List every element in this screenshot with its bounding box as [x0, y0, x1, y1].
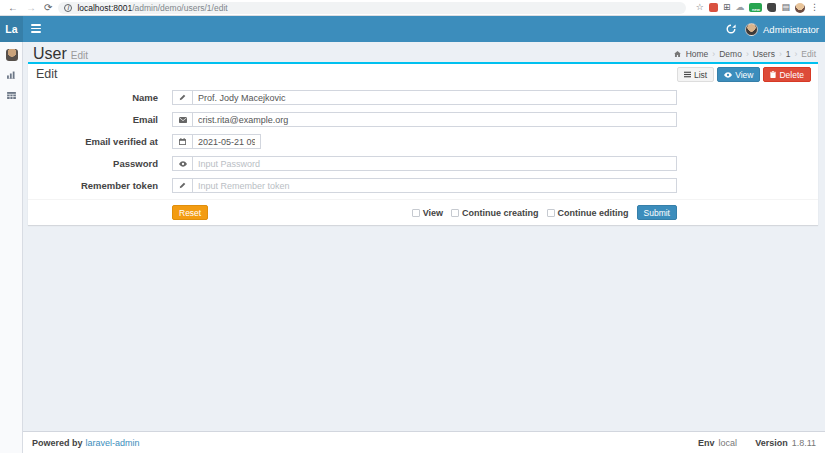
page-title: UserEdit — [33, 45, 88, 63]
breadcrumb-separator: › — [779, 49, 782, 59]
eye-icon — [724, 72, 732, 78]
sidebar-item-dashboard[interactable] — [0, 65, 23, 85]
address-bar[interactable]: i localhost:8001/admin/demo/users/1/edit — [58, 2, 686, 14]
reading-list-icon[interactable]: ▤ — [781, 3, 790, 12]
edit-panel: Edit List View Delete — [28, 62, 818, 225]
email-verified-at-input[interactable] — [192, 134, 261, 149]
pencil-icon — [172, 178, 192, 193]
form-row-name: Name — [36, 90, 810, 105]
bar-chart-icon — [7, 71, 16, 79]
delete-button[interactable]: Delete — [763, 67, 811, 82]
eye-icon — [172, 156, 192, 171]
trash-icon — [770, 71, 776, 78]
breadcrumb-users[interactable]: Users — [753, 49, 775, 59]
form-row-remember-token: Remember token — [36, 178, 810, 193]
user-photo-icon — [6, 49, 18, 61]
browser-toolbar: ← → ⟳ i localhost:8001/admin/demo/users/… — [0, 0, 825, 16]
username-label: Administrator — [763, 24, 819, 35]
name-input[interactable] — [192, 90, 677, 105]
version-label: Version — [755, 438, 788, 448]
sidebar-item-tables[interactable] — [0, 85, 23, 105]
continue-editing-option: Continue editing — [547, 208, 629, 218]
browser-back-icon[interactable]: ← — [8, 3, 18, 13]
url-text: localhost:8001/admin/demo/users/1/edit — [77, 3, 227, 13]
page-subtitle: Edit — [71, 50, 88, 61]
user-menu[interactable]: Administrator — [745, 23, 819, 36]
password-input[interactable] — [192, 156, 677, 171]
home-icon — [674, 51, 681, 57]
app-navbar: La Administrator — [0, 16, 825, 42]
site-info-icon[interactable]: i — [64, 4, 72, 12]
form-row-password: Password — [36, 156, 810, 171]
continue-creating-option: Continue creating — [451, 208, 539, 218]
sidebar — [0, 42, 23, 453]
screen: ← → ⟳ i localhost:8001/admin/demo/users/… — [0, 0, 825, 453]
laravel-admin-link[interactable]: laravel-admin — [86, 438, 140, 448]
form-footer: Reset View Continue creating Continue — [28, 199, 818, 225]
browser-profile-avatar[interactable] — [795, 3, 805, 13]
breadcrumb-separator: › — [712, 49, 715, 59]
list-icon — [684, 71, 691, 78]
page-footer: Powered by laravel-admin Env local Versi… — [23, 431, 825, 453]
envelope-icon — [172, 112, 192, 127]
remember-token-label: Remember token — [36, 180, 172, 191]
view-checkbox-option: View — [412, 208, 443, 218]
email-input[interactable] — [192, 112, 677, 127]
env-label: Env — [698, 438, 715, 448]
content-header: UserEdit Home › Demo › Users › 1 › Edit — [23, 42, 825, 62]
view-checkbox[interactable] — [412, 209, 420, 217]
breadcrumb-separator: › — [795, 49, 798, 59]
version-value: 1.8.11 — [792, 438, 816, 448]
extension-icon[interactable] — [709, 3, 718, 12]
browser-menu-icon[interactable]: ⋮ — [810, 3, 819, 12]
extension-icon[interactable]: ⊞ — [723, 3, 731, 12]
password-label: Password — [36, 158, 172, 169]
form-row-email: Email — [36, 112, 810, 127]
breadcrumb-current: Edit — [801, 49, 816, 59]
extension-icon[interactable] — [767, 3, 776, 12]
form-row-email-verified-at: Email verified at — [36, 134, 810, 149]
continue-editing-checkbox[interactable] — [547, 209, 555, 217]
view-checkbox-label: View — [423, 208, 443, 218]
env-value: local — [719, 438, 738, 448]
browser-forward-icon[interactable]: → — [26, 3, 36, 13]
form-body: Name Email Email verified at — [28, 85, 818, 193]
breadcrumb-demo[interactable]: Demo — [719, 49, 742, 59]
cloud-extension-icon[interactable]: ☁ — [735, 3, 744, 12]
list-button[interactable]: List — [677, 67, 714, 82]
bookmark-star-icon[interactable]: ☆ — [696, 3, 704, 12]
extension-badge-icon[interactable]: new — [749, 3, 762, 12]
table-icon — [7, 92, 16, 99]
panel-title: Edit — [36, 67, 58, 81]
submit-button[interactable]: Submit — [637, 205, 677, 220]
browser-reload-icon[interactable]: ⟳ — [44, 3, 52, 13]
user-avatar — [745, 23, 758, 36]
calendar-icon — [172, 134, 192, 149]
email-label: Email — [36, 114, 172, 125]
name-label: Name — [36, 92, 172, 103]
breadcrumb: Home › Demo › Users › 1 › Edit — [674, 49, 816, 59]
app-logo[interactable]: La — [0, 16, 23, 42]
view-button[interactable]: View — [717, 67, 760, 82]
content-wrapper: UserEdit Home › Demo › Users › 1 › Edit … — [23, 42, 825, 431]
sidebar-user-avatar[interactable] — [0, 45, 23, 65]
continue-editing-label: Continue editing — [558, 208, 629, 218]
email-verified-at-label: Email verified at — [36, 136, 172, 147]
sidebar-toggle-icon[interactable] — [31, 24, 41, 35]
breadcrumb-home[interactable]: Home — [686, 49, 709, 59]
remember-token-input[interactable] — [192, 178, 677, 193]
breadcrumb-id[interactable]: 1 — [786, 49, 791, 59]
reset-button[interactable]: Reset — [172, 205, 208, 220]
panel-header: Edit List View Delete — [28, 64, 818, 85]
continue-creating-label: Continue creating — [462, 208, 539, 218]
refresh-icon[interactable] — [726, 24, 736, 34]
continue-creating-checkbox[interactable] — [451, 209, 459, 217]
pencil-icon — [172, 90, 192, 105]
breadcrumb-separator: › — [746, 49, 749, 59]
powered-by-label: Powered by — [32, 438, 83, 448]
